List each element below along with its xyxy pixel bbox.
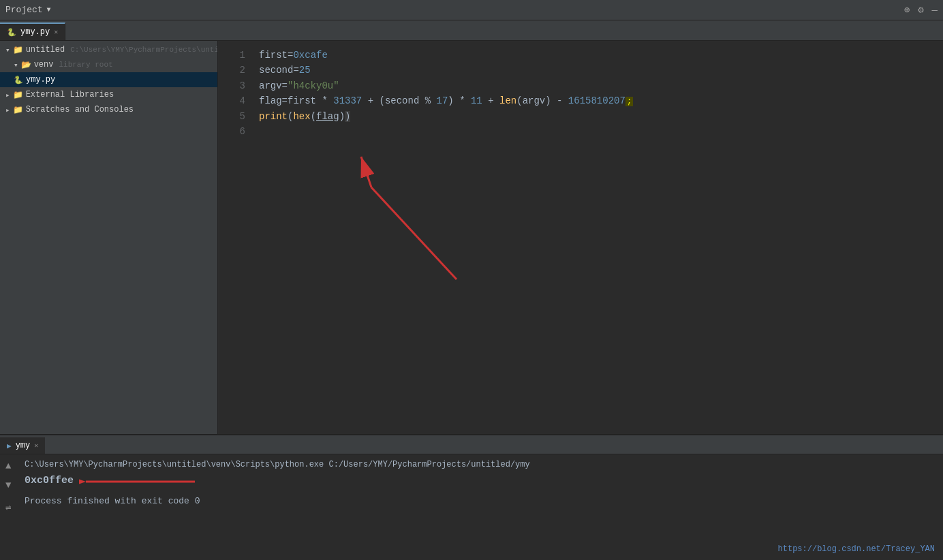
bottom-tab-close[interactable]: ✕	[34, 441, 38, 450]
bottom-panel: ▶ ymy ✕ ▲ ▼ ⇌ C:\Users\YMY\PycharmProjec…	[0, 434, 943, 560]
sidebar-item-scratches[interactable]: ▸ 📁 Scratches and Consoles	[0, 102, 217, 117]
sidebar-item-project[interactable]: ▾ 📁 untitled C:\Users\YMY\PycharmProject…	[0, 42, 217, 57]
title-bar-icons: ⊕ ⚙ —	[904, 4, 938, 16]
scratches-folder-icon: ▸	[5, 106, 10, 114]
venv-type: library root	[59, 61, 112, 69]
blog-link[interactable]: https://blog.csdn.net/Tracey_YAN	[778, 543, 935, 556]
scroll-up-icon[interactable]: ▲	[5, 458, 11, 473]
ext-lib-label: External Libraries	[26, 90, 114, 99]
settings-icon[interactable]: ⚙	[918, 4, 923, 16]
console-output: C:\Users\YMY\PycharmProjects\untitled\ve…	[25, 458, 935, 509]
bottom-tab-bar: ▶ ymy ✕	[0, 435, 943, 454]
code-content[interactable]: 1 2 3 4 5 6 first=0xcafe second=25 argv=…	[218, 41, 943, 434]
project-name: untitled	[26, 45, 65, 55]
code-line-4: flag=first * 31337 + (second % 17) * 11 …	[259, 93, 943, 108]
minimize-icon[interactable]: —	[932, 5, 938, 16]
sidebar-item-venv[interactable]: ▾ 📂 venv library root	[0, 57, 217, 72]
sidebar: ▾ 📁 untitled C:\Users\YMY\PycharmProject…	[0, 41, 218, 434]
wrap-icon[interactable]: ⇌	[5, 500, 11, 515]
code-line-1: first=0xcafe	[259, 48, 943, 63]
code-lines[interactable]: first=0xcafe second=25 argv="h4cky0u" fl…	[252, 41, 943, 434]
title-bar-left: Project ▼	[5, 5, 51, 15]
console-result-line: 0xc0ffee	[25, 473, 935, 489]
code-line-5: print(hex(flag))	[259, 109, 943, 124]
venv-folder-icon: ▾	[14, 61, 18, 69]
console-result-value: 0xc0ffee	[25, 473, 74, 489]
python-file-icon: 🐍	[7, 28, 16, 37]
sidebar-item-ymy-py[interactable]: 🐍 ymy.py	[0, 72, 217, 87]
code-line-6	[259, 124, 943, 139]
scroll-down-icon[interactable]: ▼	[5, 478, 11, 493]
scratches-icon: 📁	[13, 105, 23, 115]
project-dropdown-icon[interactable]: ▼	[47, 6, 51, 14]
scratches-label: Scratches and Consoles	[26, 105, 134, 114]
line-numbers: 1 2 3 4 5 6	[218, 41, 252, 434]
tab-bar: 🐍 ymy.py ✕	[0, 20, 943, 41]
console-exit-message: Process finished with exit code 0	[25, 495, 935, 509]
console-path: C:\Users\YMY\PycharmProjects\untitled\ve…	[25, 458, 935, 471]
venv-icon: 📂	[21, 60, 31, 70]
project-icon: 📁	[13, 45, 23, 55]
tab-label: ymy.py	[20, 27, 50, 37]
bottom-tab-label: ymy	[16, 441, 31, 450]
bottom-controls: ▲ ▼ ⇌	[5, 458, 11, 515]
venv-name: venv	[34, 60, 54, 69]
tab-close-button[interactable]: ✕	[54, 28, 58, 36]
bottom-tab-ymy[interactable]: ▶ ymy ✕	[0, 437, 45, 454]
sidebar-tree: ▾ 📁 untitled C:\Users\YMY\PycharmProject…	[0, 41, 217, 434]
title-bar: Project ▼ ⊕ ⚙ —	[0, 0, 943, 20]
bottom-content: ▲ ▼ ⇌ C:\Users\YMY\PycharmProjects\untit…	[0, 454, 943, 560]
code-line-2: second=25	[259, 63, 943, 78]
main-area: ▾ 📁 untitled C:\Users\YMY\PycharmProject…	[0, 41, 943, 434]
project-path: C:\Users\YMY\PycharmProjects\untitled	[70, 46, 217, 54]
code-line-3: argv="h4cky0u"	[259, 78, 943, 93]
sidebar-item-external-libraries[interactable]: ▸ 📁 External Libraries	[0, 87, 217, 102]
project-label[interactable]: Project	[5, 5, 43, 15]
project-folder-icon: ▾	[5, 46, 10, 55]
ymy-py-label: ymy.py	[26, 75, 55, 84]
add-icon[interactable]: ⊕	[904, 4, 910, 16]
ext-lib-icon: 📁	[13, 90, 23, 100]
tab-ymy-py[interactable]: 🐍 ymy.py ✕	[0, 22, 65, 40]
console-arrow	[79, 471, 202, 492]
editor-area: 1 2 3 4 5 6 first=0xcafe second=25 argv=…	[218, 41, 943, 434]
ext-lib-folder-icon: ▸	[5, 91, 10, 99]
python-icon: 🐍	[14, 76, 23, 84]
console-icon: ▶	[7, 441, 12, 450]
